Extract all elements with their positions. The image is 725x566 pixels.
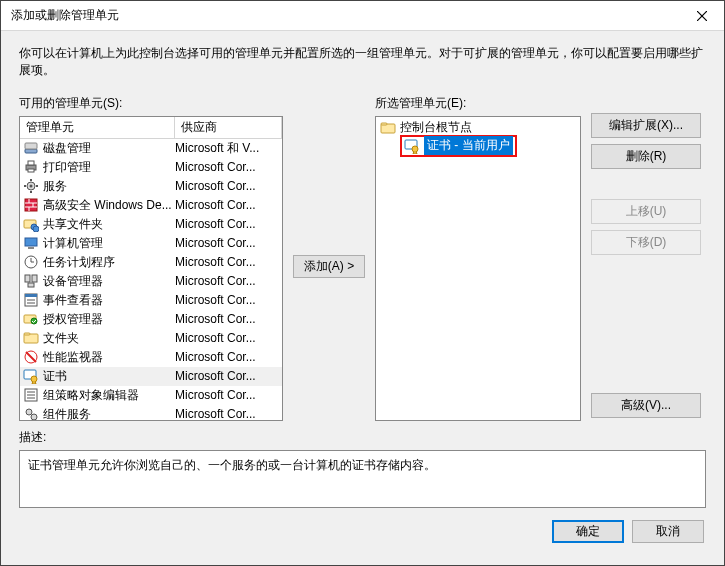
computer-mgmt-icon <box>23 235 39 251</box>
list-item[interactable]: 授权管理器Microsoft Cor... <box>20 310 282 329</box>
item-name: 服务 <box>43 178 67 195</box>
firewall-icon <box>23 197 39 213</box>
svg-rect-3 <box>25 143 37 149</box>
disk-icon <box>23 140 39 156</box>
svg-rect-22 <box>25 275 30 282</box>
highlight-box: 证书 - 当前用户 <box>400 135 517 157</box>
list-item[interactable]: 事件查看器Microsoft Cor... <box>20 291 282 310</box>
item-name: 事件查看器 <box>43 292 103 309</box>
svg-rect-26 <box>25 294 37 297</box>
advanced-button[interactable]: 高级(V)... <box>591 393 701 418</box>
item-vendor: Microsoft Cor... <box>175 407 282 420</box>
item-name: 高级安全 Windows De... <box>43 197 172 214</box>
list-item[interactable]: 打印管理Microsoft Cor... <box>20 158 282 177</box>
item-vendor: Microsoft Cor... <box>175 331 282 345</box>
svg-point-8 <box>30 185 33 188</box>
move-down-button: 下移(D) <box>591 230 701 255</box>
add-button[interactable]: 添加(A) > <box>293 255 365 278</box>
description-box: 证书管理单元允许你浏览自己的、一个服务的或一台计算机的证书存储内容。 <box>19 450 706 508</box>
gpo-icon <box>23 387 39 403</box>
folder-icon <box>380 120 396 136</box>
close-button[interactable] <box>679 1 724 31</box>
item-name: 组策略对象编辑器 <box>43 387 139 404</box>
item-name: 打印管理 <box>43 159 91 176</box>
selected-label: 所选管理单元(E): <box>375 95 581 112</box>
svg-rect-17 <box>25 238 37 246</box>
tree-item-cert[interactable]: 证书 - 当前用户 <box>378 137 578 155</box>
svg-rect-13 <box>25 199 37 211</box>
dialog-content: 你可以在计算机上为此控制台选择可用的管理单元并配置所选的一组管理单元。对于可扩展… <box>1 31 724 565</box>
item-name: 设备管理器 <box>43 273 103 290</box>
svg-rect-32 <box>24 333 30 335</box>
list-item[interactable]: 性能监视器Microsoft Cor... <box>20 348 282 367</box>
item-name: 授权管理器 <box>43 311 103 328</box>
svg-rect-5 <box>28 161 34 165</box>
item-vendor: Microsoft Cor... <box>175 293 282 307</box>
move-up-button: 上移(U) <box>591 199 701 224</box>
edit-extensions-button[interactable]: 编辑扩展(X)... <box>591 113 701 138</box>
list-item[interactable]: 组件服务Microsoft Cor... <box>20 405 282 420</box>
item-vendor: Microsoft Cor... <box>175 255 282 269</box>
item-vendor: Microsoft Cor... <box>175 388 282 402</box>
item-name: 计算机管理 <box>43 235 103 252</box>
remove-button[interactable]: 删除(R) <box>591 144 701 169</box>
perfmon-icon <box>23 349 39 365</box>
item-vendor: Microsoft Cor... <box>175 217 282 231</box>
shared-folder-icon <box>23 216 39 232</box>
list-item[interactable]: 高级安全 Windows De...Microsoft Cor... <box>20 196 282 215</box>
item-name: 组件服务 <box>43 406 91 420</box>
selected-item-label: 证书 - 当前用户 <box>424 136 513 155</box>
cancel-button[interactable]: 取消 <box>632 520 704 543</box>
item-vendor: Microsoft Cor... <box>175 160 282 174</box>
available-label: 可用的管理单元(S): <box>19 95 283 112</box>
svg-point-42 <box>31 414 37 420</box>
list-item[interactable]: 证书Microsoft Cor... <box>20 367 282 386</box>
col-vendor[interactable]: 供应商 <box>175 116 282 139</box>
tree-root-label: 控制台根节点 <box>400 119 472 136</box>
list-item[interactable]: 任务计划程序Microsoft Cor... <box>20 253 282 272</box>
svg-rect-6 <box>28 169 34 172</box>
svg-point-30 <box>31 318 37 324</box>
svg-point-41 <box>26 409 32 415</box>
available-listbox[interactable]: 管理单元 供应商 磁盘管理Microsoft 和 V...打印管理Microso… <box>19 116 283 421</box>
intro-text: 你可以在计算机上为此控制台选择可用的管理单元并配置所选的一组管理单元。对于可扩展… <box>19 45 706 79</box>
svg-rect-24 <box>28 283 34 287</box>
device-mgr-icon <box>23 273 39 289</box>
list-item[interactable]: 文件夹Microsoft Cor... <box>20 329 282 348</box>
item-name: 性能监视器 <box>43 349 103 366</box>
svg-rect-2 <box>25 149 37 153</box>
item-name: 任务计划程序 <box>43 254 115 271</box>
svg-rect-18 <box>28 247 34 249</box>
item-vendor: Microsoft Cor... <box>175 350 282 364</box>
selected-listbox[interactable]: 控制台根节点 证书 - 当前用户 <box>375 116 581 421</box>
task-scheduler-icon <box>23 254 39 270</box>
list-item[interactable]: 服务Microsoft Cor... <box>20 177 282 196</box>
listbox-header[interactable]: 管理单元 供应商 <box>20 117 282 139</box>
item-name: 文件夹 <box>43 330 79 347</box>
certificate-icon <box>404 138 420 154</box>
item-vendor: Microsoft Cor... <box>175 198 282 212</box>
event-viewer-icon <box>23 292 39 308</box>
window-title: 添加或删除管理单元 <box>1 7 679 24</box>
list-item[interactable]: 设备管理器Microsoft Cor... <box>20 272 282 291</box>
list-item[interactable]: 计算机管理Microsoft Cor... <box>20 234 282 253</box>
list-item[interactable]: 组策略对象编辑器Microsoft Cor... <box>20 386 282 405</box>
item-name: 磁盘管理 <box>43 140 91 157</box>
svg-rect-23 <box>32 275 37 282</box>
item-vendor: Microsoft Cor... <box>175 236 282 250</box>
ok-button[interactable]: 确定 <box>552 520 624 543</box>
certificate-icon <box>23 368 39 384</box>
svg-point-16 <box>33 226 39 232</box>
item-vendor: Microsoft Cor... <box>175 274 282 288</box>
description-label: 描述: <box>19 429 706 446</box>
component-icon <box>23 406 39 420</box>
col-snapin[interactable]: 管理单元 <box>20 116 175 139</box>
close-icon <box>697 11 707 21</box>
item-vendor: Microsoft Cor... <box>175 312 282 326</box>
list-item[interactable]: 磁盘管理Microsoft 和 V... <box>20 139 282 158</box>
list-item[interactable]: 共享文件夹Microsoft Cor... <box>20 215 282 234</box>
gear-icon <box>23 178 39 194</box>
svg-rect-44 <box>381 123 387 125</box>
auth-mgr-icon <box>23 311 39 327</box>
title-bar: 添加或删除管理单元 <box>1 1 724 31</box>
